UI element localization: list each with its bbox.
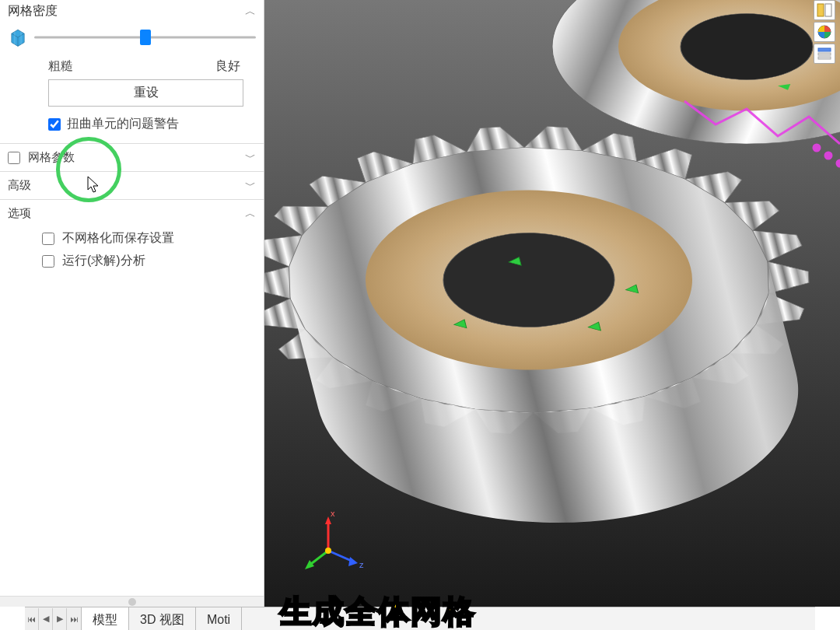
advanced-section: 高级 ﹀ xyxy=(0,172,264,200)
chevron-down-icon[interactable]: ﹀ xyxy=(245,151,256,165)
mesh-params-title: 网格参数 xyxy=(28,150,75,165)
gear-model-upper xyxy=(498,0,840,257)
mesh-params-section: 网格参数 ﹀ xyxy=(0,144,264,172)
svg-marker-27 xyxy=(348,557,358,566)
tab-nav-next[interactable]: ▶ xyxy=(53,608,67,630)
svg-rect-34 xyxy=(818,57,831,59)
mesh-cube-icon xyxy=(8,27,28,47)
reset-button[interactable]: 重设 xyxy=(48,79,243,107)
mesh-density-slider[interactable] xyxy=(34,28,256,47)
tab-nav-last[interactable]: ⏭ xyxy=(67,608,81,630)
property-panel: 网格密度 ︿ 粗糙 良好 重设 xyxy=(0,0,264,607)
tab-nav-prev[interactable]: ◀ xyxy=(39,608,53,630)
fine-label: 良好 xyxy=(215,58,240,75)
save-settings-label: 不网格化而保存设置 xyxy=(62,230,174,247)
svg-rect-33 xyxy=(818,53,831,55)
svg-point-20 xyxy=(837,160,840,166)
tab-nav-first[interactable]: ⏮ xyxy=(25,608,39,630)
svg-rect-32 xyxy=(818,48,831,51)
save-settings-checkbox[interactable] xyxy=(42,233,54,245)
options-section: 选项 ︿ 不网格化而保存设置 运行(求解)分析 xyxy=(0,200,264,280)
panel-scrollbar[interactable] xyxy=(0,596,264,607)
axis-z-label: z xyxy=(359,560,364,569)
svg-rect-29 xyxy=(817,4,824,16)
chevron-down-icon[interactable]: ﹀ xyxy=(245,179,256,193)
svg-point-18 xyxy=(814,145,820,151)
3d-viewport[interactable]: x y z xyxy=(264,0,840,607)
mesh-params-checkbox[interactable] xyxy=(8,152,20,164)
tab-nav-buttons: ⏮ ◀ ▶ ⏭ xyxy=(25,607,82,630)
tab-model[interactable]: 模型 xyxy=(82,607,129,630)
svg-line-26 xyxy=(328,551,353,562)
svg-point-19 xyxy=(825,152,831,159)
chevron-up-icon[interactable]: ︿ xyxy=(245,5,256,19)
axis-x-label: x xyxy=(331,509,335,518)
tab-3d-view[interactable]: 3D 视图 xyxy=(129,607,196,630)
appearance-icon[interactable] xyxy=(814,22,835,42)
mesh-density-title: 网格密度 xyxy=(8,3,58,19)
svg-rect-30 xyxy=(825,4,831,16)
warning-checkbox-label: 扭曲单元的问题警告 xyxy=(67,116,179,132)
view-triad[interactable]: x y z xyxy=(302,507,372,580)
options-title: 选项 xyxy=(8,206,31,221)
run-analysis-checkbox[interactable] xyxy=(42,255,54,268)
tab-motion[interactable]: Moti xyxy=(196,607,242,630)
display-pane-icon[interactable] xyxy=(814,44,835,64)
coarse-label: 粗糙 xyxy=(48,58,73,75)
mesh-density-section: 网格密度 ︿ 粗糙 良好 重设 xyxy=(0,0,264,144)
advanced-title: 高级 xyxy=(8,178,31,193)
right-toolbar xyxy=(814,0,835,64)
svg-point-28 xyxy=(325,548,331,554)
config-icon[interactable] xyxy=(814,0,835,20)
run-analysis-label: 运行(求解)分析 xyxy=(62,253,145,269)
warning-checkbox[interactable] xyxy=(48,118,61,131)
chevron-up-icon[interactable]: ︿ xyxy=(245,207,256,221)
overlay-caption: 生成全体网格 xyxy=(280,590,476,630)
